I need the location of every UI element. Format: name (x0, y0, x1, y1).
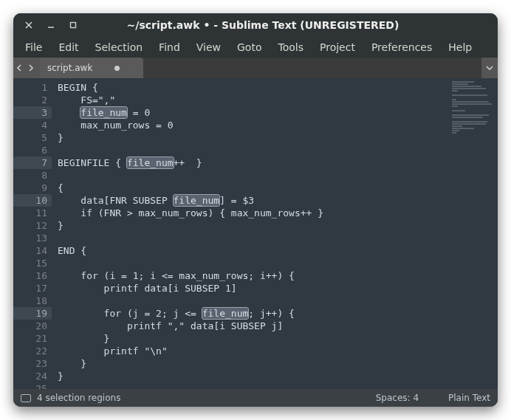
selection: file_num (202, 308, 249, 319)
titlebar: ~/script.awk • - Sublime Text (UNREGISTE… (13, 13, 498, 37)
code-line[interactable] (58, 169, 446, 182)
code-line[interactable] (58, 232, 446, 244)
statusbar: 4 selection regions Spaces: 4 Plain Text (13, 389, 498, 407)
line-number: 10 (13, 194, 52, 207)
panel-icon[interactable] (21, 394, 31, 402)
line-number: 22 (13, 345, 47, 357)
code-line[interactable]: for (j = 2; j <= file_num; j++) { (58, 307, 446, 320)
line-number: 3 (13, 106, 52, 119)
code-line[interactable]: } (58, 370, 446, 382)
tab-dirty-icon (114, 66, 120, 71)
svg-rect-0 (71, 23, 76, 28)
line-number: 6 (13, 144, 47, 156)
menu-preferences[interactable]: Preferences (364, 38, 439, 56)
code-line[interactable]: } (58, 131, 446, 144)
line-number: 13 (13, 232, 47, 244)
line-number: 15 (13, 257, 47, 269)
code-line[interactable]: printf "," data[i SUBSEP j] (58, 320, 446, 332)
menu-file[interactable]: File (18, 38, 49, 56)
line-number: 25 (13, 382, 47, 389)
editor-window: ~/script.awk • - Sublime Text (UNREGISTE… (13, 13, 498, 407)
status-syntax[interactable]: Plain Text (448, 393, 490, 403)
code-line[interactable]: } (58, 332, 446, 345)
code-line[interactable]: max_num_rows = 0 (58, 119, 446, 131)
line-number: 19 (13, 307, 52, 320)
maximize-icon[interactable] (68, 20, 78, 30)
line-number: 16 (13, 269, 47, 282)
status-spaces[interactable]: Spaces: 4 (376, 393, 419, 403)
tab-next-icon[interactable] (27, 63, 37, 73)
menu-tools[interactable]: Tools (270, 38, 311, 56)
line-number: 4 (13, 119, 47, 131)
menubar: File Edit Selection Find View Goto Tools… (13, 37, 498, 58)
line-number: 9 (13, 182, 47, 194)
status-selection: 4 selection regions (37, 393, 120, 403)
tab-label: script.awk (47, 63, 92, 73)
window-controls (24, 20, 78, 30)
close-icon[interactable] (24, 20, 34, 30)
code-line[interactable]: BEGIN { (58, 81, 446, 94)
code-line[interactable] (58, 144, 446, 156)
editor-area: 1234567891011121314151617181920212223242… (13, 78, 498, 389)
tab-overflow-icon[interactable] (481, 58, 498, 78)
code-line[interactable]: FS="," (58, 94, 446, 106)
code-line[interactable]: printf "\n" (58, 345, 446, 357)
code-line[interactable]: if (FNR > max_num_rows) { max_num_rows++… (58, 207, 446, 219)
minimap-content (452, 81, 493, 125)
minimap[interactable] (446, 78, 498, 389)
code-line[interactable]: BEGINFILE { file_num++ } (58, 156, 446, 169)
code-line[interactable]: } (58, 357, 446, 370)
line-number: 23 (13, 357, 47, 370)
line-number: 24 (13, 370, 47, 382)
menu-project[interactable]: Project (312, 38, 363, 56)
code-line[interactable] (58, 295, 446, 307)
code-area[interactable]: BEGIN { FS="," file_num = 0 max_num_rows… (58, 78, 446, 389)
tabbar: script.awk (13, 58, 498, 78)
menu-help[interactable]: Help (441, 38, 479, 56)
line-number: 18 (13, 295, 47, 307)
line-number: 8 (13, 169, 47, 182)
code-line[interactable]: } (58, 219, 446, 232)
line-number: 7 (13, 156, 52, 169)
line-number: 14 (13, 244, 47, 257)
menu-goto[interactable]: Goto (230, 38, 269, 56)
line-number: 21 (13, 332, 47, 345)
line-number: 17 (13, 282, 47, 295)
menu-selection[interactable]: Selection (88, 38, 151, 56)
window-title: ~/script.awk • - Sublime Text (UNREGISTE… (78, 19, 447, 31)
code-line[interactable]: END { (58, 244, 446, 257)
line-number: 2 (13, 94, 47, 106)
line-number: 5 (13, 131, 47, 144)
tab-prev-icon[interactable] (16, 63, 27, 73)
code-line[interactable]: for (i = 1; i <= max_num_rows; i++) { (58, 269, 446, 282)
code-line[interactable]: file_num = 0 (58, 106, 446, 119)
code-line[interactable]: { (58, 182, 446, 194)
menu-edit[interactable]: Edit (51, 38, 86, 56)
selection: file_num (127, 157, 174, 168)
selection: file_num (80, 107, 127, 118)
tab-nav (13, 58, 40, 78)
code-line[interactable]: data[FNR SUBSEP file_num] = $3 (58, 194, 446, 207)
line-number: 1 (13, 81, 47, 94)
line-number: 12 (13, 219, 47, 232)
line-number-gutter: 1234567891011121314151617181920212223242… (13, 78, 58, 389)
code-line[interactable] (58, 257, 446, 269)
menu-view[interactable]: View (189, 38, 228, 56)
tab-script[interactable]: script.awk (40, 58, 143, 78)
line-number: 11 (13, 207, 47, 219)
menu-find[interactable]: Find (151, 38, 188, 56)
code-line[interactable]: printf data[i SUBSEP 1] (58, 282, 446, 295)
tab-spacer (143, 58, 481, 78)
minimize-icon[interactable] (46, 20, 56, 30)
selection: file_num (174, 195, 220, 206)
line-number: 20 (13, 320, 47, 332)
code-line[interactable] (58, 382, 446, 389)
